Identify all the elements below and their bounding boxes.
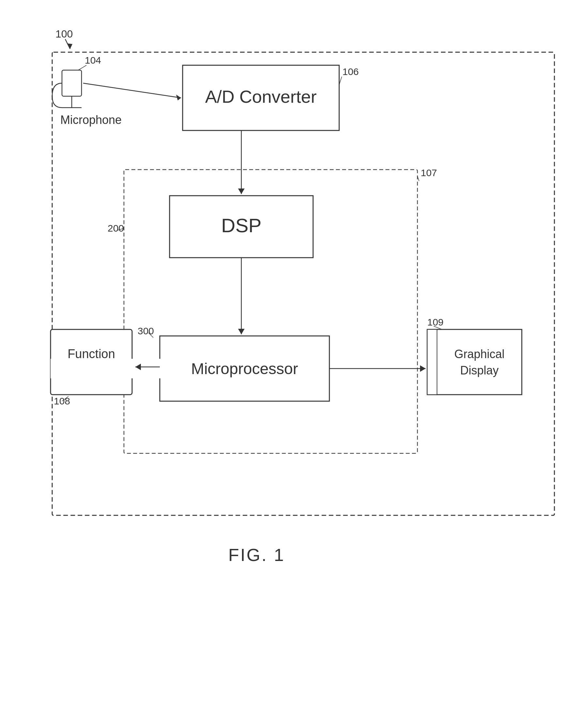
graphical-display-block: Graphical Display bbox=[427, 329, 522, 395]
svg-line-25 bbox=[65, 39, 70, 49]
microprocessor-block: Microprocessor bbox=[160, 336, 329, 401]
svg-text:FIG. 1: FIG. 1 bbox=[228, 545, 285, 565]
function-keys-block: Function Keys bbox=[50, 329, 132, 395]
ad-converter-block: A/D Converter bbox=[183, 65, 339, 130]
svg-marker-26 bbox=[67, 43, 72, 49]
svg-text:100: 100 bbox=[56, 28, 73, 40]
dsp-block: DSP bbox=[170, 196, 313, 258]
